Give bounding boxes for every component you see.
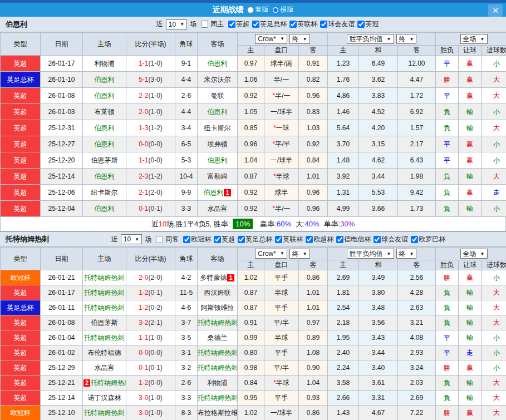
avg-home: 3.58 (328, 375, 359, 391)
avg-select[interactable]: 胜平负均值▼ (347, 34, 394, 44)
league-badge: 英超 (1, 345, 41, 360)
summary-near: 近 (151, 220, 159, 228)
col-header: 客场 (198, 248, 238, 270)
result-handicap: 赢 (459, 72, 482, 88)
match-row: 欧冠杯25-12-10托特纳姆热刺3-0(1-0)8-3布拉格斯拉维亚1.02一… (1, 406, 506, 420)
filter-controls: 近10▼场同客欧冠杯英超英足总杯英联杯欧超杯德电信杯球会友谊欧罗巴杯 (49, 234, 506, 244)
fulltime-score: 1-3 (139, 124, 148, 132)
avg-draw: 3.15 (359, 136, 398, 152)
same-venue-label: 同客 (165, 235, 179, 244)
sub-col-header: 客 (398, 46, 436, 56)
handicap: 平/半 (264, 360, 299, 375)
fullmatch-header: 全场▼ (436, 248, 506, 260)
red-card-badge: 1 (227, 274, 234, 281)
league-checkbox-label: 英冠 (365, 19, 379, 29)
sub-col-header: 进球数 (482, 46, 506, 56)
team-name-text: 伯恩利 (95, 140, 115, 148)
team-name-text: 伯恩利 (95, 172, 115, 180)
crow-select[interactable]: Crow*▼ (255, 34, 287, 44)
league-checkbox-5[interactable] (336, 236, 343, 243)
team-name-text: 托特纳姆热刺 (85, 304, 125, 312)
crow-home-odds: 0.92 (238, 88, 264, 104)
league-checkbox-2[interactable] (238, 236, 245, 243)
result-wdl: 勝 (436, 360, 459, 375)
avg-header: 胜平负均值▼终▼ (328, 248, 436, 260)
section-team-name: 伯恩利 (0, 19, 27, 29)
handicap: 平手 (264, 391, 299, 406)
score-cell: 1-2(0-2) (126, 300, 175, 315)
result-wdl: 負 (436, 169, 459, 185)
score-cell: 2-1(2-0) (126, 185, 175, 201)
dropdown-arrow-icon: ▼ (410, 37, 414, 42)
crow-home-odds: 0.87 (238, 169, 264, 185)
avg-final-select[interactable]: 终▼ (396, 249, 417, 259)
crow-final-select[interactable]: 终▼ (289, 34, 310, 44)
crow-away-odds: 1.08 (299, 345, 328, 360)
crow-home-odds: 0.85 (238, 120, 264, 136)
view-option-vertical[interactable]: 竖版 (247, 5, 269, 14)
league-checkbox-4[interactable] (306, 236, 313, 243)
match-row: 英超25-12-06纽卡斯尔2-1(2-0)9-9伯恩利10.92球半0.961… (1, 185, 506, 201)
sub-col-header: 主 (328, 46, 359, 56)
fullmatch-select[interactable]: 全场▼ (460, 34, 488, 44)
avg-final-select[interactable]: 终▼ (396, 34, 417, 44)
avg-away: 2.17 (398, 136, 436, 152)
away-team: 埃弗顿 (198, 136, 238, 152)
avg-draw: 4.67 (359, 406, 398, 420)
halftime-score: (0-2) (149, 304, 163, 312)
view-option-horizontal[interactable]: 横版 (272, 5, 294, 14)
league-checkbox-2[interactable] (289, 21, 297, 28)
fullmatch-header: 全场▼ (436, 33, 506, 46)
crow-final-select[interactable]: 终▼ (289, 249, 310, 259)
summary-count: 10 (159, 220, 166, 228)
crow-away-odds: 0.97 (299, 315, 328, 330)
same-venue-checkbox[interactable] (156, 236, 163, 243)
match-date: 25-12-04 (41, 201, 83, 217)
league-checkbox-4[interactable] (357, 21, 365, 28)
league-checkbox-3[interactable] (275, 236, 282, 243)
close-icon[interactable]: ✕ (488, 4, 503, 17)
avg-home: 1.95 (328, 330, 359, 345)
avg-select[interactable]: 胜平负均值▼ (347, 249, 394, 259)
league-checkbox-0[interactable] (183, 236, 190, 243)
vertical-radio-icon[interactable] (247, 7, 254, 13)
league-checkbox-0[interactable] (228, 21, 235, 28)
team-name-text: 托特纳姆热刺 (198, 364, 238, 372)
team-name-text: 水晶宫 (208, 205, 228, 213)
fulltime-score: 3-0 (139, 394, 148, 402)
league-checkbox-3[interactable] (320, 21, 327, 28)
horizontal-radio-icon[interactable] (272, 7, 279, 13)
crow-select[interactable]: Crow*▼ (255, 249, 287, 259)
handicap-text: 平/半 (275, 140, 290, 148)
score-cell: 2-2(1-0) (126, 88, 175, 104)
match-row: 英足总杯26-01-11托特纳姆热刺1-2(0-2)4-6阿斯顿维拉0.87平手… (1, 300, 506, 315)
matches-table-1: 类型日期主场比分(半场)角球客场Crow*▼终▼胜平负均值▼终▼全场▼主盘口客主… (0, 247, 506, 420)
team-name-text: 纽卡斯尔 (204, 124, 231, 132)
league-checkbox-7[interactable] (411, 236, 418, 243)
result-goals: 小 (482, 136, 506, 152)
crow-away-odds: 1.01 (299, 285, 328, 300)
summary-stat-value: 40% (305, 220, 320, 228)
league-checkbox-1[interactable] (214, 236, 221, 243)
horizontal-radio-label: 横版 (281, 5, 294, 14)
league-checkbox-1[interactable] (252, 21, 259, 28)
avg-draw: 4.62 (359, 152, 398, 169)
avg-draw: 3.66 (359, 201, 398, 217)
crow-away-odds: 1.04 (299, 375, 328, 391)
league-checkbox-6[interactable] (374, 236, 381, 243)
halftime-score: (1-0) (149, 334, 163, 342)
result-wdl: 負 (436, 300, 459, 315)
games-count-select[interactable]: 10▼ (121, 234, 142, 244)
match-date: 26-01-08 (41, 88, 83, 104)
team-name-text: 伯恩利 (95, 92, 115, 100)
popup-title: 近期战绩 (213, 5, 244, 15)
home-team: 托特纳姆热刺 (83, 330, 126, 345)
same-venue-checkbox[interactable] (201, 21, 208, 28)
games-count-select[interactable]: 10▼ (166, 19, 187, 29)
team-name-text: 托特纳姆热刺 (85, 409, 125, 417)
match-date: 26-01-08 (41, 315, 83, 330)
vertical-radio-label: 竖版 (256, 5, 269, 14)
fullmatch-select[interactable]: 全场▼ (460, 249, 488, 259)
away-team: 布拉格斯拉维亚 (198, 406, 238, 420)
team-name-text: 纽卡斯尔 (91, 189, 118, 196)
